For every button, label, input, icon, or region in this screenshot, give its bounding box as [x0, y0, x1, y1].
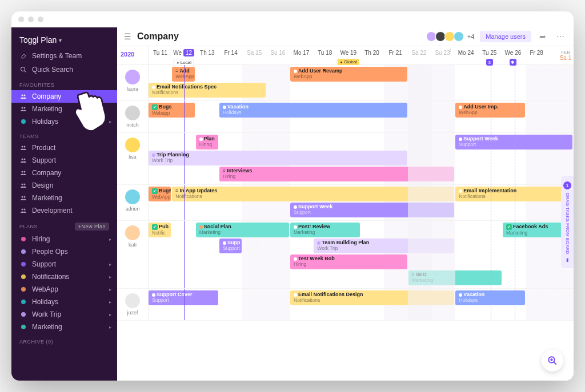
- task-bar[interactable]: Support WeekSupport: [455, 135, 572, 149]
- task-bar[interactable]: VacationHolidays: [219, 103, 407, 118]
- status-dot-icon: [152, 153, 155, 157]
- nav-development[interactable]: Development: [11, 204, 117, 217]
- svg-point-12: [22, 184, 23, 185]
- day-column[interactable]: Su 16: [266, 46, 290, 64]
- new-plan-button[interactable]: +New Plan: [75, 223, 109, 231]
- nav-notifications[interactable]: Notifications▸: [11, 270, 117, 283]
- manage-users-button[interactable]: Manage users: [480, 31, 531, 42]
- milestone-line: [491, 65, 491, 100]
- lanes[interactable]: ✓BugsWebApp≡ In App UpdatesNotifications…: [149, 185, 574, 220]
- task-bar[interactable]: Test Week BobHiring: [290, 254, 407, 269]
- person-cell[interactable]: lisa: [117, 133, 149, 184]
- nav-support[interactable]: Support▸: [11, 258, 117, 270]
- traffic-light[interactable]: [18, 17, 24, 22]
- timeline-grid[interactable]: laura≡ AddWebAppAdd User RevampWebAppEma…: [117, 65, 574, 381]
- people-icon: [19, 106, 27, 112]
- tool-quick-search[interactable]: Quick Search: [11, 63, 117, 76]
- day-column[interactable]: Fr 14: [219, 46, 242, 64]
- lanes[interactable]: PlanHiringSupport WeekSupportTrip Planni…: [149, 133, 574, 184]
- people-icon: [19, 93, 27, 100]
- check-icon: ✓: [152, 104, 158, 110]
- day-column[interactable]: Tu 11: [149, 46, 172, 64]
- task-bar[interactable]: Support WeekSupport: [290, 203, 454, 217]
- task-bar[interactable]: PlanHiring: [196, 135, 218, 149]
- member-avatars[interactable]: +4: [428, 31, 475, 42]
- day-column[interactable]: Mo 17: [290, 46, 313, 64]
- person-cell[interactable]: adrien: [117, 185, 149, 220]
- avatar: [125, 189, 140, 204]
- lanes[interactable]: ✓PubNotificSocial PlanMarketingPost: Rev…: [149, 221, 574, 288]
- day-column[interactable]: Th 20: [360, 46, 383, 64]
- task-bar[interactable]: ✓PubNotific: [149, 223, 171, 237]
- day-column[interactable]: Tu 18: [313, 46, 336, 64]
- traffic-light[interactable]: [38, 17, 43, 22]
- task-bar[interactable]: Team Building PlanWork Trip: [314, 239, 454, 253]
- day-column[interactable]: We 12⬥ Local: [172, 46, 195, 64]
- task-bar[interactable]: Social PlanMarketing: [196, 223, 289, 237]
- nav-marketing[interactable]: Marketing: [11, 192, 117, 204]
- task-bar[interactable]: Add User Imp.WebApp: [455, 103, 525, 118]
- tool-settings-team[interactable]: Settings & Team: [11, 49, 117, 63]
- svg-point-17: [24, 209, 26, 211]
- progress-icon: ≡: [175, 188, 178, 193]
- traffic-light[interactable]: [28, 17, 34, 22]
- sidebar-toggle-icon[interactable]: ☰: [124, 32, 131, 41]
- person-cell[interactable]: kati: [117, 221, 149, 288]
- nav-design[interactable]: Design: [11, 179, 117, 192]
- status-dot-icon: [294, 70, 297, 73]
- task-bar[interactable]: ≡ In App UpdatesNotifications: [172, 187, 454, 201]
- task-bar[interactable]: Email ImplementationNotifications: [455, 187, 572, 201]
- svg-point-13: [24, 184, 26, 185]
- nav-company[interactable]: Company: [11, 167, 117, 179]
- nav-hiring[interactable]: Hiring▸: [11, 233, 117, 245]
- share-icon[interactable]: ➦: [537, 32, 548, 41]
- day-column[interactable]: Sa 22: [407, 46, 431, 64]
- task-bar[interactable]: ≡ InterviewsHiring: [219, 167, 454, 181]
- task-bar[interactable]: ≡ AddWebApp: [172, 67, 194, 82]
- task-bar[interactable]: Post: ReviewMarketing: [290, 223, 360, 237]
- nav-company[interactable]: Company: [11, 90, 117, 103]
- task-bar[interactable]: Trip PlanningWork Trip: [149, 151, 407, 165]
- day-column[interactable]: Tu 253: [478, 46, 501, 64]
- nav-marketing[interactable]: Marketing: [11, 103, 117, 115]
- nav-holidays[interactable]: Holidays▸: [11, 296, 117, 308]
- nav-holidays[interactable]: Holidays▸: [11, 115, 117, 128]
- task-bar[interactable]: Email Notifications SpecNotifications: [149, 83, 266, 98]
- more-icon[interactable]: ⋯: [554, 32, 567, 41]
- nav-product[interactable]: Product: [11, 142, 117, 154]
- section-archive[interactable]: ARCHIVE (0): [11, 333, 117, 347]
- task-bar[interactable]: Email Notifications DesignNotifications: [290, 290, 454, 305]
- nav-support[interactable]: Support: [11, 154, 117, 167]
- task-bar[interactable]: ✓BugsWebApp: [149, 187, 171, 201]
- drag-from-board-tab[interactable]: 1 DRAG TASKS FROM BOARD ▮: [561, 176, 574, 268]
- nav-work-trip[interactable]: Work Trip▸: [11, 308, 117, 321]
- task-bar[interactable]: ✓BugsWebapp: [149, 103, 195, 118]
- nav-webapp[interactable]: WebApp▸: [11, 283, 117, 296]
- status-dot-icon: [294, 257, 297, 261]
- nav-marketing[interactable]: Marketing▸: [11, 321, 117, 333]
- person-cell[interactable]: laura: [117, 65, 149, 100]
- day-column[interactable]: Th 13: [195, 46, 219, 64]
- day-column[interactable]: We 19⬥ Global: [336, 46, 360, 64]
- timeline-year[interactable]: 2020: [117, 46, 149, 64]
- nav-people-ops[interactable]: People Ops: [11, 245, 117, 258]
- day-column[interactable]: We 26✱: [501, 46, 524, 64]
- day-column[interactable]: Mo 24|: [454, 46, 478, 64]
- workspace-switcher[interactable]: Toggl Plan: [11, 32, 117, 49]
- zoom-button[interactable]: [542, 350, 563, 371]
- task-bar[interactable]: ≡ SEOMarketing: [408, 270, 502, 285]
- day-column[interactable]: Sa 15: [243, 46, 266, 64]
- section-teams: TEAMS: [11, 128, 117, 142]
- task-bar[interactable]: Support CoverSupport: [149, 290, 218, 305]
- person-cell[interactable]: jozef: [117, 289, 149, 320]
- lanes[interactable]: Support CoverSupportEmail Notifications …: [149, 289, 574, 320]
- day-column[interactable]: Fr 28: [525, 46, 548, 64]
- task-bar[interactable]: SuppSupport: [219, 239, 242, 253]
- task-bar[interactable]: Add User RevampWebApp: [290, 67, 407, 82]
- lanes[interactable]: ≡ AddWebAppAdd User RevampWebAppEmail No…: [149, 65, 574, 100]
- avatar: [125, 138, 140, 152]
- person-cell[interactable]: mitch: [117, 101, 149, 132]
- task-bar[interactable]: VacationHolidays: [455, 290, 525, 305]
- day-column[interactable]: Fr 21: [384, 46, 407, 64]
- lanes[interactable]: ✓BugsWebappVacationHolidaysAdd User Imp.…: [149, 101, 574, 132]
